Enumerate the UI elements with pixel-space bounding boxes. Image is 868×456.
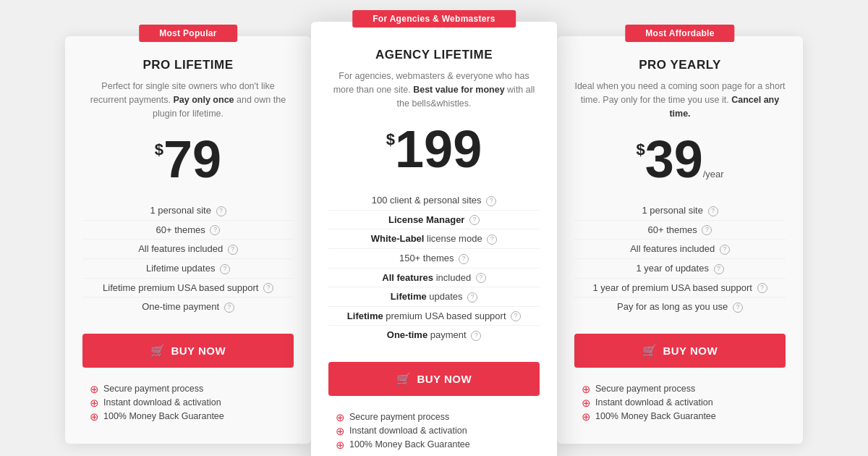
feature-item: 1 year of updates ? xyxy=(574,259,786,279)
feature-item: 60+ themes ? xyxy=(574,221,786,240)
trust-icon: ⊕ xyxy=(336,412,345,423)
info-icon[interactable]: ? xyxy=(263,283,273,293)
info-icon[interactable]: ? xyxy=(487,235,497,245)
badge-pro-lifetime: Most Popular xyxy=(139,25,237,42)
info-icon[interactable]: ? xyxy=(733,303,743,313)
features-list-agency-lifetime: 100 client & personal sites ?License Man… xyxy=(328,191,540,345)
trust-icon: ⊕ xyxy=(336,426,345,436)
trust-text: 100% Money Back Guarantee xyxy=(103,411,224,421)
buy-button-label: BUY NOW xyxy=(417,373,472,385)
buy-button-pro-lifetime[interactable]: 🛒BUY NOW xyxy=(82,334,294,368)
price-amount: 79 xyxy=(163,133,221,185)
info-icon[interactable]: ? xyxy=(228,245,238,255)
trust-item: ⊕Instant download & activation xyxy=(90,396,286,410)
trust-icon: ⊕ xyxy=(90,411,99,422)
price-dollar-sign: $ xyxy=(386,130,395,149)
plan-name-pro-yearly: PRO YEARLY xyxy=(574,58,786,72)
feature-item: White-Label license mode ? xyxy=(328,229,540,249)
trust-list-pro-lifetime: ⊕Secure payment process⊕Instant download… xyxy=(82,382,294,423)
trust-text: Secure payment process xyxy=(349,412,449,422)
trust-item: ⊕100% Money Back Guarantee xyxy=(90,410,286,423)
trust-list-pro-yearly: ⊕Secure payment process⊕Instant download… xyxy=(574,382,786,423)
feature-item: 1 personal site ? xyxy=(574,201,786,221)
info-icon[interactable]: ? xyxy=(467,292,477,303)
price-block-agency-lifetime: $199 xyxy=(328,123,540,175)
buy-button-agency-lifetime[interactable]: 🛒BUY NOW xyxy=(328,362,540,396)
plan-name-pro-lifetime: PRO LIFETIME xyxy=(82,58,294,72)
cart-icon: 🛒 xyxy=(150,344,166,358)
trust-text: Instant download & activation xyxy=(595,397,713,408)
feature-item: Lifetime updates ? xyxy=(82,259,294,279)
price-block-pro-lifetime: $79 xyxy=(82,133,294,185)
plan-card-pro-yearly: Most AffordablePRO YEARLYIdeal when you … xyxy=(557,36,803,444)
trust-item: ⊕Instant download & activation xyxy=(582,396,778,410)
info-icon[interactable]: ? xyxy=(757,283,767,293)
feature-item: All features included ? xyxy=(328,269,540,288)
features-list-pro-yearly: 1 personal site ?60+ themes ?All feature… xyxy=(574,201,786,316)
trust-text: Instant download & activation xyxy=(103,397,221,408)
feature-item: One-time payment ? xyxy=(82,297,294,316)
price-amount: 39 xyxy=(645,133,703,185)
info-icon[interactable]: ? xyxy=(471,331,481,341)
info-icon[interactable]: ? xyxy=(220,264,230,274)
trust-text: Secure payment process xyxy=(595,384,695,394)
trust-icon: ⊕ xyxy=(582,397,591,408)
trust-item: ⊕100% Money Back Guarantee xyxy=(336,438,532,452)
feature-item: All features included ? xyxy=(574,240,786,259)
feature-item: Lifetime updates ? xyxy=(328,287,540,307)
plan-desc-pro-lifetime: Perfect for single site owners who don't… xyxy=(82,80,294,120)
trust-icon: ⊕ xyxy=(336,439,345,450)
info-icon[interactable]: ? xyxy=(210,225,220,235)
info-icon[interactable]: ? xyxy=(720,245,730,255)
info-icon[interactable]: ? xyxy=(216,206,226,216)
plan-desc-pro-yearly: Ideal when you need a coming soon page f… xyxy=(574,80,786,120)
cart-icon: 🛒 xyxy=(642,344,658,358)
cart-icon: 🛒 xyxy=(396,372,412,386)
features-list-pro-lifetime: 1 personal site ?60+ themes ?All feature… xyxy=(82,201,294,316)
feature-item: All features included ? xyxy=(82,240,294,259)
buy-button-label: BUY NOW xyxy=(171,345,226,357)
price-dollar-sign: $ xyxy=(155,140,163,159)
plan-name-agency-lifetime: AGENCY LIFETIME xyxy=(328,48,540,62)
trust-text: 100% Money Back Guarantee xyxy=(595,411,716,421)
trust-item: ⊕100% Money Back Guarantee xyxy=(582,410,778,423)
feature-item: Pay for as long as you use ? xyxy=(574,297,786,316)
trust-item: ⊕Secure payment process xyxy=(90,382,286,396)
plan-desc-agency-lifetime: For agencies, webmasters & everyone who … xyxy=(328,69,540,110)
trust-icon: ⊕ xyxy=(582,384,591,394)
feature-item: One-time payment ? xyxy=(328,326,540,345)
trust-text: Secure payment process xyxy=(103,384,203,394)
info-icon[interactable]: ? xyxy=(476,273,486,283)
pricing-container: Most PopularPRO LIFETIMEPerfect for sing… xyxy=(0,0,868,456)
price-dollar-sign: $ xyxy=(636,140,644,159)
trust-item: ⊕Secure payment process xyxy=(336,410,532,424)
badge-pro-yearly: Most Affordable xyxy=(625,25,734,42)
buy-button-label: BUY NOW xyxy=(663,345,718,357)
plan-card-agency-lifetime: For Agencies & WebmastersAGENCY LIFETIME… xyxy=(311,22,557,456)
trust-item: ⊕Instant download & activation xyxy=(336,424,532,438)
trust-icon: ⊕ xyxy=(582,411,591,422)
info-icon[interactable]: ? xyxy=(469,215,480,225)
feature-item: 100 client & personal sites ? xyxy=(328,191,540,211)
trust-list-agency-lifetime: ⊕Secure payment process⊕Instant download… xyxy=(328,410,540,452)
info-icon[interactable]: ? xyxy=(224,303,234,313)
buy-button-pro-yearly[interactable]: 🛒BUY NOW xyxy=(574,334,786,368)
price-amount: 199 xyxy=(395,123,482,175)
trust-icon: ⊕ xyxy=(90,384,99,394)
badge-agency-lifetime: For Agencies & Webmasters xyxy=(352,10,516,28)
info-icon[interactable]: ? xyxy=(714,264,724,274)
feature-item: Lifetime premium USA based support ? xyxy=(328,307,540,326)
feature-item: License Manager ? xyxy=(328,211,540,230)
info-icon[interactable]: ? xyxy=(511,311,521,321)
price-block-pro-yearly: $39/year xyxy=(574,133,786,185)
feature-item: 60+ themes ? xyxy=(82,221,294,240)
feature-item: 1 personal site ? xyxy=(82,201,294,221)
feature-item: 150+ themes ? xyxy=(328,249,540,269)
info-icon[interactable]: ? xyxy=(459,254,469,264)
info-icon[interactable]: ? xyxy=(708,206,718,216)
feature-item: Lifetime premium USA based support ? xyxy=(82,279,294,298)
price-period: /year xyxy=(703,169,724,180)
trust-icon: ⊕ xyxy=(90,397,99,408)
info-icon[interactable]: ? xyxy=(486,196,496,206)
info-icon[interactable]: ? xyxy=(702,225,712,235)
